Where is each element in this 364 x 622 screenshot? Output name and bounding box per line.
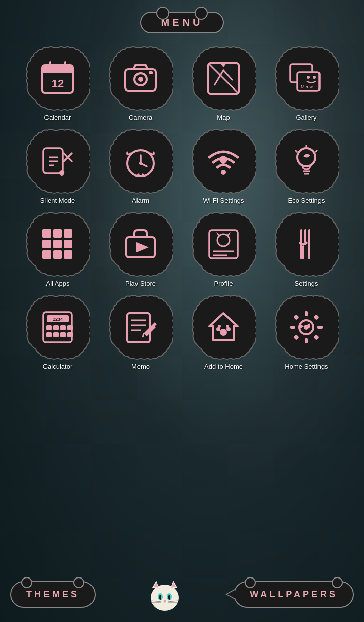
icon-cell-wifi-settings[interactable]: Wi-Fi Settings	[183, 128, 264, 209]
svg-point-23	[139, 162, 142, 165]
svg-rect-82	[313, 334, 319, 340]
icon-cell-camera[interactable]: Camera	[100, 46, 181, 126]
icon-cell-gallery[interactable]: Meow Gallery	[266, 46, 347, 126]
svg-rect-56	[53, 325, 59, 330]
icon-cell-all-apps[interactable]: All Apps	[17, 211, 98, 292]
svg-rect-55	[46, 325, 52, 330]
wallpapers-button[interactable]: WALLPAPERS	[234, 581, 354, 608]
memo-label: Memo	[131, 363, 150, 370]
svg-text:12: 12	[52, 77, 64, 90]
svg-line-31	[295, 150, 297, 152]
icon-cell-settings[interactable]: Settings	[266, 211, 347, 292]
svg-line-32	[315, 150, 317, 152]
silent-mode-icon	[39, 143, 76, 180]
wifi-settings-icon	[205, 143, 242, 180]
icon-cell-silent-mode[interactable]: Silent Mode	[17, 128, 98, 209]
icon-cell-calendar[interactable]: 12 Calendar	[17, 46, 98, 126]
home-settings-label: Home Settings	[285, 363, 328, 370]
svg-point-92	[163, 600, 166, 603]
settings-label: Settings	[295, 280, 318, 287]
svg-marker-43	[136, 242, 149, 252]
svg-point-91	[168, 595, 170, 600]
play-store-label: Play Store	[125, 280, 156, 287]
svg-point-90	[159, 595, 161, 600]
themes-label: THEMES	[26, 589, 79, 599]
map-icon	[205, 60, 242, 97]
svg-rect-80	[313, 314, 319, 320]
menu-title-badge: MENU	[140, 12, 224, 33]
svg-rect-76	[305, 338, 308, 343]
icon-cell-profile[interactable]: Profile	[183, 211, 264, 292]
svg-point-70	[226, 327, 231, 331]
svg-rect-37	[53, 240, 62, 248]
svg-rect-58	[67, 325, 73, 330]
svg-rect-1	[42, 65, 73, 73]
svg-point-7	[138, 77, 143, 82]
themes-button[interactable]: THEMES	[10, 581, 96, 608]
add-to-home-label: Add to Home	[204, 363, 243, 370]
svg-line-10	[208, 63, 239, 94]
calendar-label: Calendar	[44, 114, 71, 121]
alarm-label: Alarm	[132, 197, 149, 204]
calendar-icon: 12	[39, 60, 76, 97]
profile-label: Profile	[214, 280, 233, 287]
all-apps-label: All Apps	[46, 280, 70, 287]
svg-rect-33	[42, 229, 51, 238]
svg-point-69	[216, 327, 220, 331]
add-to-home-icon	[205, 309, 242, 345]
svg-rect-40	[53, 250, 62, 259]
icon-cell-play-store[interactable]: Play Store	[100, 211, 181, 292]
svg-point-83	[151, 585, 179, 611]
svg-point-14	[313, 76, 316, 79]
wallpapers-label: WALLPAPERS	[250, 589, 338, 599]
svg-rect-60	[53, 332, 59, 337]
svg-text:1234: 1234	[53, 317, 63, 322]
gallery-label: Gallery	[296, 114, 316, 121]
svg-rect-59	[46, 332, 52, 337]
svg-rect-61	[60, 332, 66, 337]
svg-rect-75	[305, 311, 308, 316]
app-grid: 12 Calendar Camera	[12, 46, 352, 375]
icon-cell-eco-settings[interactable]: Eco Settings	[266, 128, 347, 209]
icon-cell-map[interactable]: Map	[183, 46, 264, 126]
eco-settings-label: Eco Settings	[288, 197, 325, 204]
svg-rect-41	[64, 250, 72, 259]
cat-logo	[147, 576, 183, 612]
silent-mode-label: Silent Mode	[40, 197, 75, 204]
cat-center	[147, 576, 183, 612]
home-settings-icon	[288, 309, 325, 345]
profile-icon	[205, 226, 242, 262]
bottom-bar: THEMES	[0, 566, 364, 622]
eco-settings-icon	[288, 143, 325, 180]
camera-label: Camera	[129, 114, 152, 121]
memo-icon	[122, 309, 159, 345]
calculator-icon: 1234	[39, 309, 76, 345]
svg-point-68	[220, 329, 227, 336]
wifi-settings-label: Wi-Fi Settings	[203, 197, 244, 204]
gallery-icon: Meow	[288, 60, 325, 97]
svg-rect-62	[67, 332, 73, 337]
svg-rect-38	[64, 240, 72, 248]
svg-rect-77	[290, 326, 295, 329]
icon-cell-calculator[interactable]: 1234 Calculator	[17, 294, 98, 375]
icon-cell-home-settings[interactable]: Home Settings	[266, 294, 347, 375]
all-apps-icon	[39, 226, 76, 262]
icon-cell-alarm[interactable]: Alarm	[100, 128, 181, 209]
settings-icon	[288, 226, 325, 262]
svg-rect-39	[42, 250, 51, 259]
map-label: Map	[217, 114, 230, 121]
calculator-label: Calculator	[43, 363, 73, 370]
svg-rect-57	[60, 325, 66, 330]
camera-icon	[122, 60, 159, 97]
alarm-icon	[122, 143, 159, 180]
svg-point-71	[218, 325, 221, 328]
icon-cell-memo[interactable]: Memo	[100, 294, 181, 375]
svg-rect-34	[53, 229, 62, 238]
icon-cell-add-to-home[interactable]: Add to Home	[183, 294, 264, 375]
svg-point-72	[226, 325, 229, 328]
svg-text:Meow: Meow	[301, 84, 313, 90]
menu-title: MENU	[161, 17, 203, 28]
svg-rect-36	[42, 240, 51, 248]
svg-line-67	[143, 333, 144, 337]
menu-header: MENU	[111, 9, 253, 35]
